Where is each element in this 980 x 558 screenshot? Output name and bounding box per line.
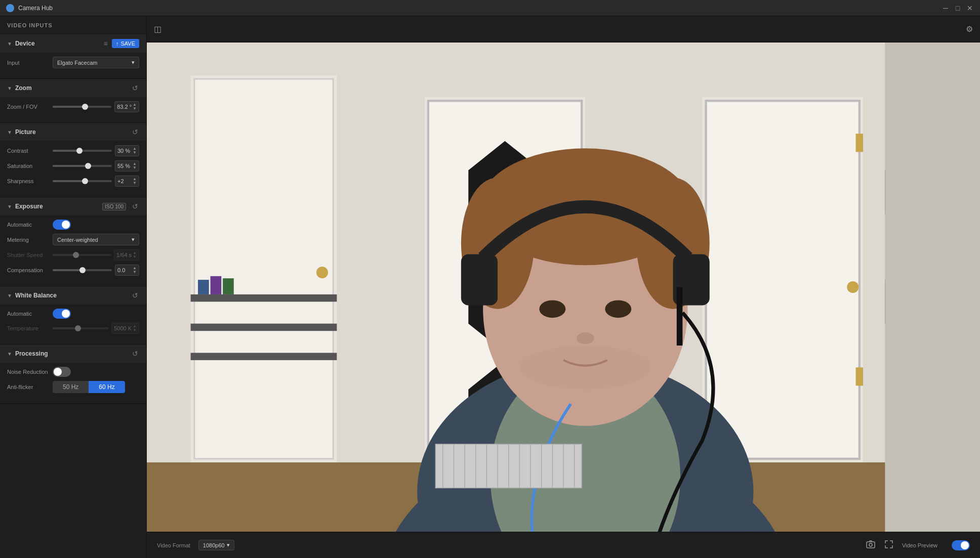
temperature-up-button[interactable]: ▲ [133, 324, 137, 328]
compensation-row: Compensation 0.0 ▲ ▼ [7, 265, 139, 276]
white-balance-reset-icon[interactable]: ↺ [131, 290, 139, 301]
collapse-sidebar-button[interactable]: ◫ [154, 24, 161, 34]
shutter-speed-slider-thumb [73, 252, 79, 258]
zoom-section-header[interactable]: ▼ Zoom ↺ [0, 79, 146, 97]
svg-rect-52 [856, 134, 863, 152]
svg-point-11 [316, 267, 328, 278]
device-list-icon[interactable]: ≡ [103, 38, 109, 49]
svg-point-56 [869, 543, 872, 546]
white-balance-section-content: Automatic Temperature [0, 305, 146, 344]
compensation-slider-track[interactable] [53, 269, 112, 271]
video-preview-label: Video Preview [902, 542, 937, 548]
metering-dropdown[interactable]: Center-weighted ▾ [53, 234, 139, 245]
exposure-section-title: Exposure [15, 203, 102, 210]
contrast-slider-fill [53, 150, 79, 152]
fullscreen-button[interactable] [884, 539, 894, 551]
wb-auto-toggle-knob [62, 310, 70, 318]
processing-arrow-icon: ▼ [7, 351, 12, 357]
fov-down-button[interactable]: ▼ [133, 107, 137, 111]
exposure-auto-control [53, 220, 139, 230]
shutter-speed-up-button[interactable]: ▲ [133, 251, 137, 255]
shutter-speed-slider-fill [53, 254, 76, 256]
compensation-label: Compensation [7, 267, 53, 273]
temperature-value-display: 5000 K ▲ ▼ [111, 323, 139, 334]
processing-section-content: Noise Reduction Anti-flicker 50 Hz 60 Hz [0, 363, 146, 403]
picture-reset-icon[interactable]: ↺ [131, 127, 139, 137]
sharpness-slider-track[interactable] [53, 180, 112, 182]
video-format-chevron-icon: ▾ [227, 542, 230, 548]
compensation-slider-thumb [79, 267, 86, 273]
exposure-auto-toggle[interactable] [53, 220, 71, 230]
sharpness-slider-fill [53, 180, 85, 182]
saturation-slider-fill [53, 165, 88, 167]
svg-rect-31 [461, 254, 498, 306]
contrast-slider-track[interactable] [53, 150, 112, 152]
exposure-auto-label: Automatic [7, 222, 53, 228]
close-button[interactable]: ✕ [966, 4, 974, 12]
noise-reduction-toggle[interactable] [53, 367, 71, 377]
processing-section-header[interactable]: ▼ Processing ↺ [0, 345, 146, 363]
content-area: ◫ ⚙ [147, 16, 980, 558]
wb-auto-row: Automatic [7, 309, 139, 319]
svg-rect-8 [706, 101, 860, 458]
video-preview-toggle-knob [961, 541, 969, 549]
exposure-section-icons: ISO 100 ↺ [102, 201, 139, 211]
wb-auto-toggle[interactable] [53, 309, 71, 319]
white-balance-section-header[interactable]: ▼ White Balance ↺ [0, 286, 146, 305]
sharpness-value-display: +2 ▲ ▼ [115, 176, 139, 187]
shutter-speed-slider-container: 1/64 s ▲ ▼ [53, 249, 139, 261]
sharpness-slider-thumb [82, 178, 88, 184]
contrast-down-button[interactable]: ▼ [133, 151, 137, 155]
shutter-speed-down-button[interactable]: ▼ [133, 255, 137, 259]
sidebar: VIDEO INPUTS ▼ Device ≡ ↑ SAVE Input [0, 16, 147, 558]
exposure-section-header[interactable]: ▼ Exposure ISO 100 ↺ [0, 197, 146, 216]
saturation-slider-container: 55 % ▲ ▼ [53, 160, 139, 171]
fov-slider-thumb [82, 104, 88, 110]
minimize-button[interactable]: ─ [942, 4, 950, 12]
zoom-reset-icon[interactable]: ↺ [131, 83, 139, 93]
save-button[interactable]: ↑ SAVE [112, 39, 139, 48]
svg-rect-19 [191, 353, 337, 360]
exposure-section: ▼ Exposure ISO 100 ↺ Automatic [0, 197, 146, 286]
screenshot-button[interactable] [866, 539, 876, 551]
fov-slider-track[interactable] [53, 106, 111, 108]
anti-flicker-50-button[interactable]: 50 Hz [53, 381, 89, 393]
noise-reduction-control [53, 367, 139, 377]
sharpness-spinner: ▲ ▼ [133, 177, 137, 185]
video-format-label: Video Format [157, 542, 190, 548]
saturation-down-button[interactable]: ▼ [133, 166, 137, 170]
picture-section-header[interactable]: ▼ Picture ↺ [0, 123, 146, 141]
video-format-dropdown[interactable]: 1080p60 ▾ [198, 540, 234, 550]
compensation-down-button[interactable]: ▼ [133, 270, 137, 274]
fov-label: Zoom / FOV [7, 104, 53, 110]
input-value: Elgato Facecam [57, 60, 97, 66]
saturation-value: 55 % [117, 163, 130, 169]
metering-label: Metering [7, 237, 53, 243]
iso-value: 100 [115, 204, 124, 209]
temperature-down-button[interactable]: ▼ [133, 328, 137, 332]
device-arrow-icon: ▼ [7, 41, 12, 47]
sharpness-down-button[interactable]: ▼ [133, 181, 137, 185]
maximize-button[interactable]: □ [954, 4, 962, 12]
device-section-title: Device [15, 40, 103, 47]
exposure-arrow-icon: ▼ [7, 204, 12, 209]
save-label: SAVE [120, 40, 135, 47]
input-control: Elgato Facecam ▾ [53, 57, 139, 68]
anti-flicker-60-button[interactable]: 60 Hz [89, 381, 125, 393]
picture-arrow-icon: ▼ [7, 130, 12, 135]
titlebar: Camera Hub ─ □ ✕ [0, 0, 980, 16]
camera-icon [866, 539, 876, 549]
exposure-auto-toggle-knob [62, 221, 70, 229]
device-section-header[interactable]: ▼ Device ≡ ↑ SAVE [0, 34, 146, 53]
video-preview-toggle[interactable] [952, 540, 970, 550]
shutter-speed-slider-track[interactable] [53, 254, 111, 256]
metering-chevron-icon: ▾ [132, 236, 135, 243]
settings-button[interactable]: ⚙ [966, 24, 973, 34]
temperature-slider-track[interactable] [53, 327, 108, 329]
saturation-slider-track[interactable] [53, 165, 112, 167]
contrast-slider-thumb [76, 148, 83, 154]
exposure-reset-icon[interactable]: ↺ [131, 201, 139, 211]
input-dropdown[interactable]: Elgato Facecam ▾ [53, 57, 139, 68]
contrast-slider-container: 30 % ▲ ▼ [53, 145, 139, 156]
processing-reset-icon[interactable]: ↺ [131, 349, 139, 359]
